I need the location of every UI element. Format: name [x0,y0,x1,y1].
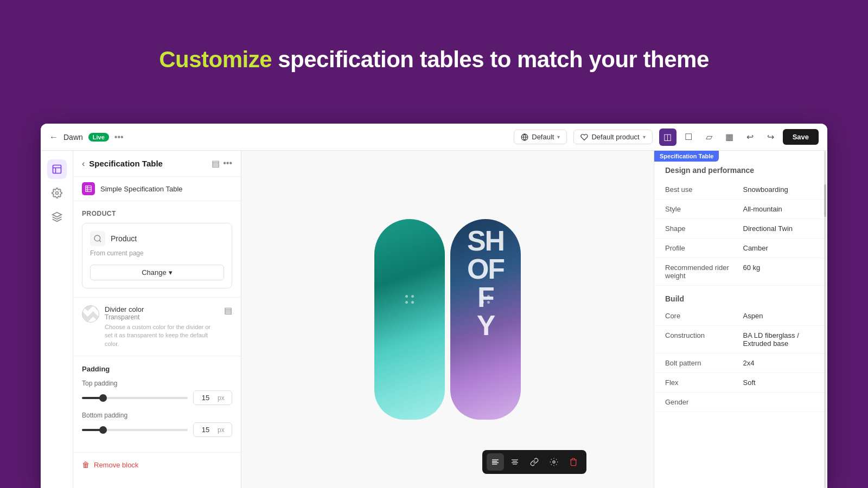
change-button[interactable]: Change ▾ [90,265,224,280]
top-padding-input-box: px [193,390,232,405]
top-padding-label: Top padding [82,380,232,387]
spec-row-core: Core Aspen [654,306,827,326]
back-icon[interactable]: ← [49,132,58,142]
default-theme-label: Default [532,133,554,141]
sb-dots-dark [481,295,490,304]
spec-key: Bolt pattern [665,359,739,367]
spec-key: Flex [665,378,739,387]
chevron-icon: ▾ [557,134,560,140]
top-padding-slider-row: px [82,390,232,405]
default-product-label: Default product [591,133,639,141]
top-padding-unit: px [218,391,229,404]
product-source: From current page [90,249,224,257]
toolbar-edit-button[interactable] [545,453,563,471]
more-options-icon[interactable]: ••• [114,132,124,142]
spec-val: Aspen [743,312,817,320]
product-icon [90,231,105,246]
spec-key: Profile [665,244,739,252]
preview-area: SHOFFY [241,151,654,488]
spec-val: BA LD fiberglass / Extruded base [743,331,817,348]
spec-val: All-mountain [743,205,817,213]
spec-row-style: Style All-mountain [654,200,827,219]
remove-label: Remove block [94,461,138,469]
spec-row-best-use: Best use Snowboarding [654,180,827,200]
bottom-padding-input[interactable] [194,423,218,436]
svg-rect-1 [53,165,61,174]
spec-key: Style [665,205,739,213]
toolbar-align-center-button[interactable] [506,453,524,471]
top-padding-thumb[interactable] [99,394,107,402]
svg-point-13 [553,461,555,463]
svg-point-4 [94,235,100,241]
panel-back-icon[interactable]: ‹ [82,159,85,169]
divider-desc: Choose a custom color for the divider or… [105,323,219,348]
svg-point-2 [55,192,58,195]
bottom-toolbar [482,450,586,474]
topbar-center: Default ▾ Default product ▾ [514,130,652,144]
sidebar-item-sections[interactable] [47,159,67,179]
sub-item-label: Simple Specification Table [100,185,183,193]
bottom-padding-row: Bottom padding px [82,412,232,437]
snowboard-dark: SHOFFY [450,219,521,420]
spec-val [743,398,817,406]
spec-key: Shape [665,224,739,233]
panel-more-icon[interactable]: ••• [223,158,232,169]
color-swatch[interactable] [82,305,99,323]
top-padding-input[interactable] [194,391,218,404]
spec-row-flex: Flex Soft [654,373,827,393]
spec-val: Camber [743,244,817,252]
mobile-view-button[interactable]: ▱ [700,129,718,146]
toolbar-delete-button[interactable] [565,453,582,471]
spec-row-shape: Shape Directional Twin [654,219,827,239]
settings-panel: ‹ Specification Table ▤ ••• Simple Speci… [73,151,241,488]
toolbar-link-button[interactable] [526,453,543,471]
panel-header: ‹ Specification Table ▤ ••• [73,151,241,177]
top-padding-row: Top padding px [82,380,232,405]
snowboard-container: SHOFFY [374,219,521,420]
panel-stack-icon[interactable]: ▤ [212,158,220,169]
product-section-label: Product [82,210,232,217]
tablet-view-button[interactable]: ☐ [680,129,697,146]
default-theme-button[interactable]: Default ▾ [514,130,567,144]
bottom-padding-slider-row: px [82,422,232,437]
redo-button[interactable]: ↪ [762,129,780,146]
spec-val: Soft [743,378,817,387]
spec-key: Best use [665,185,739,194]
layout-button[interactable]: ▦ [721,129,738,146]
bottom-padding-thumb[interactable] [99,426,107,434]
desktop-view-button[interactable]: ◫ [659,129,676,146]
chevron-down-icon: ▾ [169,268,173,277]
padding-section: Padding Top padding px [73,356,241,453]
spec-val: 60 kg [743,264,817,280]
save-button[interactable]: Save [783,129,819,145]
hero-subtitle: specification tables to match your theme [278,47,709,72]
editor-body: ‹ Specification Table ▤ ••• Simple Speci… [41,151,827,488]
panel-icons: ▤ ••• [212,158,232,169]
spec-key: Core [665,312,739,320]
sb-text: SHOFFY [467,227,504,339]
sidebar-item-settings[interactable] [47,183,67,203]
top-padding-track[interactable] [82,397,188,399]
sidebar-item-blocks[interactable] [47,207,67,227]
bottom-padding-input-box: px [193,422,232,437]
toolbar-align-left-button[interactable] [487,453,504,471]
sub-item-icon [82,182,95,195]
spec-panel: Specification Table Design and performan… [654,151,827,488]
simple-spec-table-item[interactable]: Simple Specification Table [73,177,241,201]
bottom-padding-label: Bottom padding [82,412,232,419]
padding-label: Padding [82,365,232,373]
undo-button[interactable]: ↩ [742,129,759,146]
live-badge: Live [88,133,109,142]
divider-color-section: Divider color Transparent Choose a custo… [73,298,241,356]
hero-highlight: Customize [159,47,272,72]
bottom-padding-track[interactable] [82,429,188,431]
default-product-button[interactable]: Default product ▾ [573,130,652,144]
snowboard-teal [374,219,445,420]
hero-title: Customize specification tables to match … [159,47,709,73]
spec-tag: Specification Table [654,151,719,162]
spec-build-title: Build [654,286,827,306]
spec-row-gender: Gender [654,393,827,412]
remove-block-row[interactable]: 🗑 Remove block [73,453,241,477]
spec-key: Construction [665,331,739,348]
product-name: Product [111,234,137,243]
